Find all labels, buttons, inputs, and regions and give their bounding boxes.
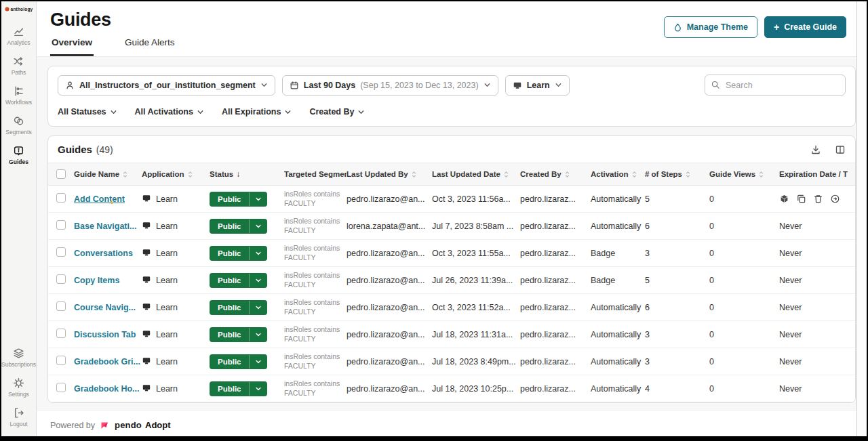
row-checkbox[interactable] bbox=[56, 193, 66, 203]
guide-name-link[interactable]: Add Content☝ bbox=[74, 194, 125, 204]
dropdown-label: All Statuses bbox=[58, 107, 106, 117]
sidebar-item-settings[interactable]: Settings bbox=[1, 377, 36, 398]
guide-name-link[interactable]: Gradebook Gri... bbox=[74, 357, 140, 366]
cell-last-updated-date: Oct 3, 2023 11:55a... bbox=[432, 249, 520, 258]
cell-created-by: pedro.lizaraz... bbox=[520, 384, 591, 394]
cell-last-updated-by: pedro.lizarazo@an... bbox=[347, 276, 432, 285]
app-icon bbox=[142, 302, 151, 313]
sidebar-item-segments[interactable]: Segments bbox=[1, 115, 36, 135]
table-body: Add Content☝LearnPublicinsRoles contains… bbox=[48, 186, 855, 402]
all-activations-dropdown[interactable]: All Activations bbox=[135, 107, 204, 117]
sort-icon bbox=[758, 170, 764, 179]
cell-created-by: pedro.lizaraz... bbox=[520, 194, 591, 204]
column-header-application[interactable]: Application bbox=[142, 170, 210, 179]
row-checkbox[interactable] bbox=[56, 356, 66, 365]
guide-name-link[interactable]: Gradebook Ho... bbox=[74, 384, 140, 394]
segment-line: FACULTY bbox=[284, 253, 341, 263]
status-badge[interactable]: Public bbox=[210, 354, 267, 369]
table-count: (49) bbox=[96, 144, 113, 155]
column-header-guide-views[interactable]: Guide Views bbox=[709, 170, 779, 179]
created-by-dropdown[interactable]: Created By bbox=[309, 107, 365, 117]
column-header-last-updated-date[interactable]: Last Updated Date bbox=[432, 170, 520, 179]
row-checkbox[interactable] bbox=[56, 301, 66, 311]
guide-name-link[interactable]: Discussion Tab bbox=[74, 330, 136, 339]
app-icon bbox=[142, 275, 151, 286]
guide-name-link[interactable]: Copy Items bbox=[74, 276, 119, 285]
analytics-icon bbox=[13, 26, 24, 37]
column-label: Guide Views bbox=[709, 170, 755, 178]
column-header-status[interactable]: Status↓ bbox=[210, 169, 284, 179]
guide-name-link[interactable]: Course Navig... bbox=[74, 303, 136, 312]
segment-filter-dropdown[interactable]: All_Instructors_of_our_institution_segme… bbox=[58, 75, 275, 96]
column-header-of-steps[interactable]: # of Steps bbox=[645, 170, 709, 179]
preview-icon[interactable] bbox=[830, 194, 840, 204]
segment-line: FACULTY bbox=[284, 199, 341, 209]
sidebar-item-guides[interactable]: Guides bbox=[1, 145, 36, 165]
all-statuses-dropdown[interactable]: All Statuses bbox=[58, 107, 117, 117]
column-header-activation[interactable]: Activation bbox=[591, 170, 645, 179]
cell-targeted-segment: insRoles containsFACULTY bbox=[284, 379, 347, 398]
cell-last-updated-date: Oct 3, 2023 11:52a... bbox=[432, 303, 520, 312]
application-filter-dropdown[interactable]: Learn bbox=[505, 75, 570, 96]
guide-name-link[interactable]: Conversations bbox=[74, 249, 133, 258]
row-checkbox[interactable] bbox=[56, 247, 66, 257]
filter-panel: All_Instructors_of_our_institution_segme… bbox=[47, 66, 856, 127]
status-badge-label: Public bbox=[210, 381, 249, 396]
sidebar-item-logout[interactable]: Logout bbox=[1, 407, 36, 427]
cell-created-by: pedro.lizaraz... bbox=[520, 249, 591, 258]
cell-expiration: Never bbox=[779, 222, 856, 231]
cell-last-updated-date: Oct 3, 2023 11:56a... bbox=[432, 194, 520, 204]
application-label: Learn bbox=[156, 303, 178, 312]
duplicate-icon[interactable] bbox=[796, 194, 806, 204]
status-badge[interactable]: Public bbox=[210, 246, 267, 261]
search-input[interactable] bbox=[705, 75, 846, 96]
segment-line: insRoles contains bbox=[284, 217, 341, 226]
delete-icon[interactable] bbox=[813, 194, 823, 204]
row-checkbox[interactable] bbox=[56, 274, 66, 284]
column-settings-icon[interactable] bbox=[835, 144, 846, 155]
cell-activation: Automatically bbox=[591, 330, 645, 339]
create-guide-button[interactable]: + Create Guide bbox=[764, 16, 846, 38]
sidebar-item-label: Subscriptions bbox=[1, 361, 36, 368]
tab-guide-alerts[interactable]: Guide Alerts bbox=[123, 37, 176, 56]
sidebar-item-subscriptions[interactable]: Subscriptions bbox=[1, 348, 36, 368]
row-checkbox[interactable] bbox=[56, 220, 66, 230]
download-icon[interactable] bbox=[810, 144, 821, 155]
column-label: Expiration Date / T bbox=[779, 170, 848, 178]
sidebar-item-analytics[interactable]: Analytics bbox=[1, 26, 36, 46]
row-checkbox[interactable] bbox=[56, 329, 66, 338]
cell-last-updated-by: lorena.zapata@ant... bbox=[347, 222, 432, 231]
select-all-checkbox[interactable] bbox=[56, 169, 66, 179]
cell-guide-views: 0 bbox=[709, 384, 779, 394]
segment-line: insRoles contains bbox=[284, 352, 341, 362]
chevron-down-icon bbox=[249, 355, 267, 369]
status-badge[interactable]: Public bbox=[210, 300, 267, 315]
segment-line: FACULTY bbox=[284, 226, 341, 236]
column-header-created-by[interactable]: Created By bbox=[520, 170, 591, 179]
settings-icon bbox=[13, 377, 24, 389]
sidebar-item-paths[interactable]: Paths bbox=[1, 56, 36, 76]
sidebar-item-label: Guides bbox=[9, 159, 28, 165]
row-checkbox[interactable] bbox=[56, 383, 66, 392]
cell-guide-views: 0 bbox=[709, 222, 779, 231]
segments-icon bbox=[13, 115, 24, 127]
column-header-guide-name[interactable]: Guide Name bbox=[74, 170, 142, 179]
column-header-last-updated-by[interactable]: Last Updated By bbox=[347, 170, 432, 179]
chevron-down-icon bbox=[249, 328, 267, 341]
manage-theme-button[interactable]: Manage Theme bbox=[664, 16, 757, 38]
sort-icon bbox=[685, 170, 691, 179]
cell-guide-views: 0 bbox=[709, 249, 779, 258]
status-badge[interactable]: Public bbox=[210, 381, 267, 396]
tab-overview[interactable]: Overview bbox=[50, 37, 94, 56]
app-icon bbox=[142, 383, 151, 394]
application-label: Learn bbox=[156, 357, 178, 366]
layers-icon[interactable] bbox=[779, 194, 789, 204]
status-badge[interactable]: Public bbox=[210, 219, 267, 234]
date-range-dropdown[interactable]: Last 90 Days (Sep 15, 2023 to Dec 13, 20… bbox=[282, 75, 498, 96]
status-badge[interactable]: Public bbox=[210, 327, 267, 342]
sidebar-item-workflows[interactable]: Workflows bbox=[1, 85, 36, 106]
status-badge[interactable]: Public bbox=[210, 192, 267, 207]
guide-name-link[interactable]: Base Navigati... bbox=[74, 222, 136, 231]
all-expirations-dropdown[interactable]: All Expirations bbox=[222, 107, 292, 117]
status-badge[interactable]: Public bbox=[210, 273, 267, 288]
